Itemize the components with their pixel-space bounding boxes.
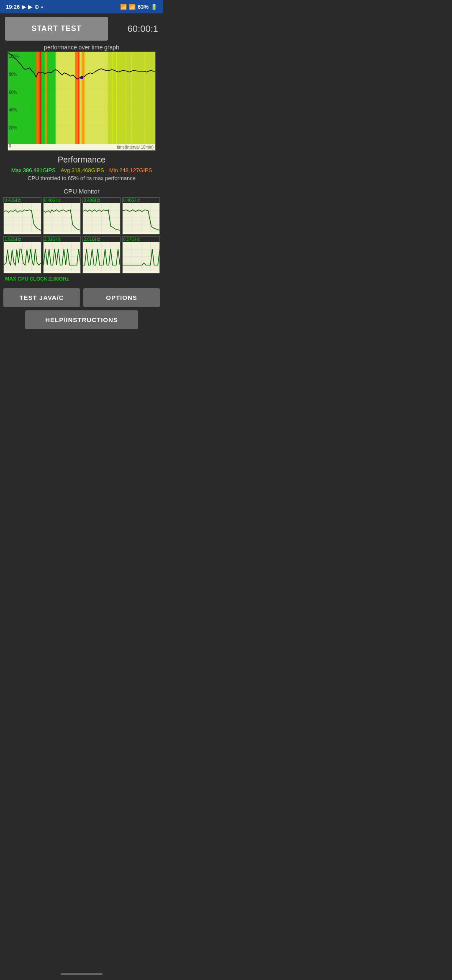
wifi-strength-icon: 📶 [120, 4, 127, 10]
max-stat: Max 386,491GIPS [11, 167, 56, 173]
performance-stats: Max 386,491GIPS Avg 318,468GIPS Min 248,… [0, 167, 163, 173]
help-btn-container: HELP/INSTRUCTIONS [0, 307, 163, 334]
cpu-core-1: 0.40GHz [3, 197, 41, 235]
y-20: 20% [9, 126, 20, 130]
performance-graph: 100% 80% 60% 40% 20% 0 [8, 52, 156, 151]
cpu-core-3: 0.40GHz [82, 197, 121, 235]
cpu-grid-row2: 1.92GHz 2.01GHz [3, 236, 160, 273]
cpu-monitor-section: CPU Monitor 0.40GHz 0.40GHz [0, 183, 163, 285]
signal-icon: 📶 [129, 4, 136, 10]
svg-rect-15 [75, 52, 77, 144]
core7-graph [83, 242, 120, 271]
top-controls: START TEST 60:00:1 [0, 13, 163, 44]
core6-graph [44, 242, 81, 271]
performance-title: Performance [0, 155, 163, 165]
options-button[interactable]: OPTIONS [83, 288, 160, 307]
youtube-icon2: ▶ [28, 4, 32, 10]
core4-graph [123, 203, 160, 232]
core3-graph [83, 203, 120, 232]
spacer [0, 334, 163, 355]
y-axis-labels: 100% 80% 60% 40% 20% 0 [8, 52, 21, 150]
core8-freq: 0.57GHz [123, 237, 160, 242]
time-label: time(interval 10min) [8, 144, 155, 150]
core6-freq: 2.01GHz [44, 237, 81, 242]
wifi-icon: ⊙ [34, 4, 39, 10]
core5-freq: 1.92GHz [4, 237, 41, 242]
cpu-core-6: 2.01GHz [43, 236, 81, 273]
core2-graph [44, 203, 81, 232]
test-java-button[interactable]: TEST JAVA/C [3, 288, 80, 307]
dot-icon: • [41, 4, 43, 10]
status-bar: 19:26 ▶ ▶ ⊙ • 📶 📶 63% 🔋 [0, 0, 163, 13]
svg-rect-17 [82, 52, 84, 144]
core8-graph [123, 242, 160, 271]
svg-rect-22 [121, 52, 121, 144]
status-right: 📶 📶 63% 🔋 [120, 4, 157, 10]
cpu-monitor-title: CPU Monitor [3, 188, 160, 195]
core1-freq: 0.40GHz [4, 198, 41, 203]
avg-stat: Avg 318,468GIPS [61, 167, 104, 173]
cpu-core-2: 0.40GHz [43, 197, 81, 235]
min-stat: Min 248,127GIPS [109, 167, 152, 173]
core5-graph [4, 242, 41, 271]
cpu-core-5: 1.92GHz [3, 236, 41, 273]
y-0: 0 [9, 144, 20, 148]
graph-section: performance over time graph 100% 80% 60%… [0, 44, 163, 151]
svg-rect-18 [84, 52, 85, 144]
svg-rect-13 [45, 52, 47, 144]
core7-freq: 2.01GHz [83, 237, 120, 242]
y-40: 40% [9, 108, 20, 112]
throttle-text: CPU throttled to 65% of its max performa… [0, 175, 163, 181]
svg-rect-20 [112, 52, 113, 144]
graph-title: performance over time graph [3, 44, 160, 51]
svg-rect-24 [131, 52, 132, 144]
battery-icon: 🔋 [151, 4, 157, 10]
status-left: 19:26 ▶ ▶ ⊙ • [6, 4, 43, 10]
start-test-button[interactable]: START TEST [5, 17, 108, 41]
y-80: 80% [9, 72, 20, 77]
svg-rect-26 [144, 52, 145, 144]
svg-rect-21 [116, 52, 117, 144]
youtube-icon1: ▶ [22, 4, 26, 10]
y-100: 100% [9, 54, 20, 59]
bottom-buttons: TEST JAVA/C OPTIONS [0, 285, 163, 307]
core2-freq: 0.40GHz [44, 198, 81, 203]
time-display: 19:26 [6, 4, 20, 10]
help-button[interactable]: HELP/INSTRUCTIONS [25, 310, 138, 329]
cpu-core-7: 2.01GHz [82, 236, 121, 273]
cpu-core-8: 0.57GHz [122, 236, 160, 273]
cpu-grid-row1: 0.40GHz 0.40GHz [3, 197, 160, 235]
performance-section: Performance Max 386,491GIPS Avg 318,468G… [0, 151, 163, 183]
max-cpu-clock: MAX CPU CLOCK:2.80GHz [3, 275, 160, 283]
svg-rect-25 [138, 52, 139, 144]
graph-svg [8, 52, 155, 144]
battery-display: 63% [138, 4, 149, 10]
svg-rect-23 [125, 52, 126, 144]
cpu-core-4: 0.40GHz [122, 197, 160, 235]
core1-graph [4, 203, 41, 232]
svg-point-27 [80, 77, 83, 79]
timer-display: 60:00:1 [112, 23, 158, 34]
svg-rect-11 [36, 52, 39, 144]
svg-rect-16 [78, 52, 80, 144]
core4-freq: 0.40GHz [123, 198, 160, 203]
y-60: 60% [9, 90, 20, 95]
core3-freq: 0.40GHz [83, 198, 120, 203]
svg-rect-12 [40, 52, 41, 144]
